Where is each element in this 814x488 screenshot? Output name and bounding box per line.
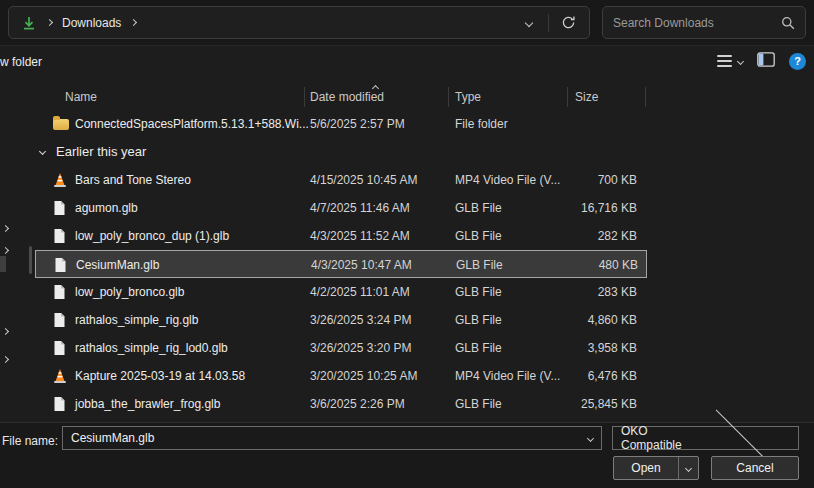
file-icon xyxy=(53,284,66,300)
column-headers: Name Date modified Type Size xyxy=(35,84,647,110)
file-date: 5/6/2025 2:57 PM xyxy=(310,110,405,138)
file-date: 4/2/2025 11:01 AM xyxy=(310,278,410,306)
details-view-icon xyxy=(717,55,732,67)
file-row-selected[interactable]: CesiumMan.glb 4/3/2025 10:47 AM GLB File… xyxy=(35,250,647,278)
file-row[interactable]: agumon.glb 4/7/2025 11:46 AM GLB File 16… xyxy=(35,194,647,222)
file-date: 3/20/2025 10:25 AM xyxy=(310,362,417,390)
file-type: GLB File xyxy=(455,222,502,250)
tree-expand-icon[interactable] xyxy=(2,247,9,254)
open-button[interactable]: Open xyxy=(613,456,699,480)
open-file-dialog: Downloads xyxy=(0,0,814,488)
file-size: 16,716 KB xyxy=(505,194,637,222)
breadcrumb-chevron-icon xyxy=(130,19,137,26)
dialog-footer: File name: OKO Compatible Open Cancel xyxy=(0,422,814,488)
tree-selected-sliver xyxy=(0,256,6,272)
file-size: 480 KB xyxy=(506,251,638,279)
search-input[interactable] xyxy=(613,16,763,30)
file-size: 283 KB xyxy=(505,278,637,306)
file-type: GLB File xyxy=(455,334,502,362)
help-button[interactable]: ? xyxy=(789,53,806,70)
file-type: GLB File xyxy=(455,194,502,222)
file-size: 6,476 KB xyxy=(505,362,637,390)
file-row[interactable]: jobba_the_brawler_frog.glb 3/6/2025 2:26… xyxy=(35,390,647,418)
preview-pane-button[interactable] xyxy=(757,52,775,70)
column-separator[interactable] xyxy=(304,87,305,107)
chevron-down-icon[interactable] xyxy=(587,434,594,441)
file-icon xyxy=(53,340,66,356)
tree-expand-icon[interactable] xyxy=(2,225,9,232)
search-icon[interactable] xyxy=(781,16,795,30)
file-name: rathalos_simple_rig.glb xyxy=(75,306,198,334)
file-row[interactable]: rathalos_simple_rig.glb 3/26/2025 3:24 P… xyxy=(35,306,647,334)
file-icon xyxy=(53,200,66,216)
file-icon xyxy=(53,228,66,244)
view-options-button[interactable] xyxy=(717,55,743,67)
file-name: Kapture 2025-03-19 at 14.03.58 xyxy=(75,362,245,390)
chevron-down-icon xyxy=(525,18,533,26)
open-button-label: Open xyxy=(614,461,678,475)
column-header-size[interactable]: Size xyxy=(575,84,598,110)
file-date: 4/7/2025 11:46 AM xyxy=(310,194,410,222)
file-name-input[interactable] xyxy=(71,431,588,445)
file-size: 282 KB xyxy=(505,222,637,250)
new-folder-button[interactable]: w folder xyxy=(0,55,42,69)
address-bar[interactable]: Downloads xyxy=(8,6,590,39)
file-name: low_poly_bronco_dup (1).glb xyxy=(75,222,229,250)
breadcrumb-chevron-icon xyxy=(46,19,53,26)
tree-expand-icon[interactable] xyxy=(2,328,9,335)
chevron-down-icon[interactable] xyxy=(39,148,46,155)
folder-icon xyxy=(53,119,69,130)
file-icon xyxy=(54,257,67,273)
tree-expand-icon[interactable] xyxy=(2,356,9,363)
file-name: Bars and Tone Stereo xyxy=(75,166,191,194)
file-row[interactable]: low_poly_bronco.glb 4/2/2025 11:01 AM GL… xyxy=(35,278,647,306)
chevron-down-icon xyxy=(685,464,692,471)
file-size: 25,845 KB xyxy=(505,390,637,418)
file-list: Name Date modified Type Size ConnectedSp… xyxy=(35,84,647,418)
file-name: jobba_the_brawler_frog.glb xyxy=(75,390,220,418)
file-type: GLB File xyxy=(455,306,502,334)
file-name: low_poly_bronco.glb xyxy=(75,278,184,306)
file-type-value: OKO Compatible xyxy=(621,424,705,452)
file-row[interactable]: rathalos_simple_rig_lod0.glb 3/26/2025 3… xyxy=(35,334,647,362)
vlc-cone-icon xyxy=(53,172,67,188)
column-separator[interactable] xyxy=(567,87,568,107)
download-icon xyxy=(21,15,37,31)
group-header-earlier-this-year[interactable]: Earlier this year xyxy=(35,138,647,166)
scrollbar-thumb[interactable] xyxy=(29,246,32,274)
open-dropdown-button[interactable] xyxy=(679,466,698,471)
file-date: 3/26/2025 3:20 PM xyxy=(310,334,411,362)
file-date: 4/3/2025 10:47 AM xyxy=(311,251,412,279)
file-icon xyxy=(53,312,66,328)
file-row[interactable]: Bars and Tone Stereo 4/15/2025 10:45 AM … xyxy=(35,166,647,194)
breadcrumb-item-downloads[interactable]: Downloads xyxy=(62,16,121,30)
file-type: File folder xyxy=(455,110,508,138)
column-header-name[interactable]: Name xyxy=(65,84,97,110)
search-box[interactable] xyxy=(602,6,806,39)
refresh-button[interactable] xyxy=(555,10,581,36)
file-name: CesiumMan.glb xyxy=(76,251,159,279)
file-type-dropdown[interactable]: OKO Compatible xyxy=(612,426,799,450)
file-size: 700 KB xyxy=(505,166,637,194)
file-size: 4,860 KB xyxy=(505,306,637,334)
command-bar: w folder ? xyxy=(0,47,814,80)
cancel-button[interactable]: Cancel xyxy=(711,456,799,480)
group-label: Earlier this year xyxy=(56,138,146,166)
file-date: 4/3/2025 11:52 AM xyxy=(310,222,410,250)
file-name-label: File name: xyxy=(2,434,58,448)
divider xyxy=(548,14,549,32)
file-name: agumon.glb xyxy=(75,194,138,222)
file-date: 3/26/2025 3:24 PM xyxy=(310,306,411,334)
file-name-combobox[interactable] xyxy=(62,426,602,450)
file-row[interactable]: low_poly_bronco_dup (1).glb 4/3/2025 11:… xyxy=(35,222,647,250)
file-date: 3/6/2025 2:26 PM xyxy=(310,390,405,418)
column-separator[interactable] xyxy=(645,87,646,107)
file-icon xyxy=(53,396,66,412)
address-dropdown-button[interactable] xyxy=(516,10,542,36)
file-row[interactable]: ConnectedSpacesPlatform.5.13.1+588.Wi...… xyxy=(35,110,647,138)
column-header-type[interactable]: Type xyxy=(455,84,481,110)
file-type: GLB File xyxy=(455,390,502,418)
column-separator[interactable] xyxy=(448,87,449,107)
chevron-down-icon xyxy=(737,57,744,64)
file-row[interactable]: Kapture 2025-03-19 at 14.03.58 3/20/2025… xyxy=(35,362,647,390)
